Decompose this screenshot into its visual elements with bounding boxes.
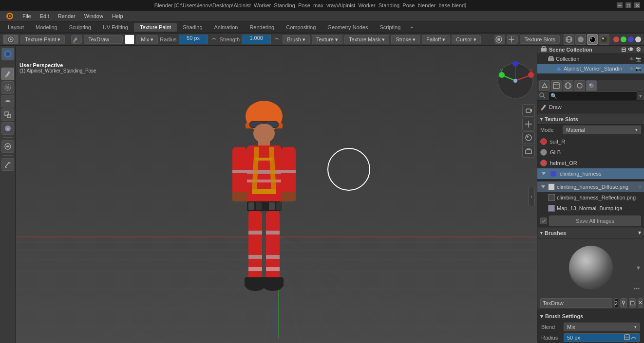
workspace-add[interactable]: + [406, 23, 417, 32]
material-climbing-harness[interactable]: climbing_harness [537, 168, 644, 179]
solid-btn[interactable] [575, 34, 586, 45]
brush-icon-btn[interactable] [71, 35, 82, 44]
tab-texture-paint[interactable]: Texture Paint [134, 23, 177, 32]
radius-proportional-btn[interactable] [624, 334, 630, 341]
tab-modeling[interactable]: Modeling [30, 23, 63, 32]
tab-animation[interactable]: Animation [208, 23, 244, 32]
brush-delete-action[interactable]: ✕ [638, 298, 643, 308]
radius-link-btn[interactable] [210, 36, 218, 43]
tex-add-btn[interactable]: + [638, 183, 642, 191]
gizmos-btn[interactable] [507, 35, 518, 44]
material-btn[interactable] [522, 131, 535, 144]
color-swatch[interactable] [125, 35, 134, 44]
blend-dropdown[interactable]: Mix ▾ [136, 35, 158, 44]
brush-expand-btn[interactable]: ▾ [637, 264, 640, 271]
annotate-tool[interactable] [1, 158, 14, 171]
clone-tool[interactable] [1, 108, 14, 121]
cursor-btn[interactable]: Cursor ▾ [452, 35, 481, 44]
wireframe-btn[interactable] [564, 34, 574, 45]
texture-reflection[interactable]: climbing_harness_Reflection.png [537, 192, 644, 203]
prop-layer-btn[interactable] [551, 80, 562, 91]
mode-icon-btn[interactable] [3, 35, 19, 44]
material-helmet-or[interactable]: helmet_OR [537, 158, 644, 168]
draw-tool[interactable] [1, 68, 14, 80]
brush-copy-action[interactable] [629, 298, 636, 308]
mode-dropdown[interactable]: Material [563, 126, 641, 134]
mesh-render-btn[interactable]: 📷 [635, 66, 641, 72]
radius-input[interactable]: 50 px [179, 35, 208, 44]
overlays-btn[interactable] [494, 35, 505, 44]
menu-help[interactable]: Help [108, 12, 127, 20]
brush-name-btn[interactable]: TexDraw [84, 35, 123, 44]
close-button[interactable]: ✕ [634, 2, 640, 8]
material-glb[interactable]: GLB [537, 147, 644, 158]
brush-pin-action[interactable] [620, 298, 627, 308]
stroke-dropdown[interactable]: Stroke ▾ [391, 35, 420, 44]
blend-dropdown[interactable]: Mix [564, 323, 640, 331]
prop-world-btn[interactable] [563, 80, 573, 91]
smear-tool[interactable] [1, 95, 14, 108]
tab-compositing[interactable]: Compositing [280, 23, 322, 32]
texture-paint-mode-btn[interactable]: Texture Paint ▾ [20, 35, 65, 44]
menu-edit[interactable]: Edit [36, 12, 53, 20]
prop-scene-btn[interactable] [539, 80, 550, 91]
material-suit-r[interactable]: suit_R [537, 136, 644, 147]
orient-gizmo[interactable]: X Y Z [496, 61, 535, 100]
grid-btn[interactable] [522, 118, 535, 130]
save-check[interactable] [540, 217, 547, 224]
material-preview-btn[interactable] [587, 34, 598, 45]
texture-diffuse[interactable]: climbing_harness_Diffuse.png + [537, 181, 644, 192]
color-g[interactable] [621, 36, 626, 42]
outliner-collection[interactable]: Collection 👁 📷 [537, 54, 644, 64]
brush-settings-header[interactable]: ▾ Brush Settings [537, 311, 644, 322]
brush-dropdown[interactable]: Brush ▾ [283, 35, 310, 44]
fill-tool[interactable]: F [1, 122, 14, 135]
prop-material-btn[interactable] [586, 80, 597, 91]
soften-tool[interactable] [1, 81, 14, 94]
tab-geometry-nodes[interactable]: Geometry Nodes [322, 23, 374, 32]
texture-dropdown[interactable]: Texture ▾ [312, 35, 342, 44]
collections-btn[interactable] [522, 145, 535, 158]
brushes-dropdown[interactable]: ▾ [638, 230, 641, 236]
tab-layout[interactable]: Layout [2, 23, 30, 32]
texture-slots-top-btn[interactable]: Texture Slots [520, 35, 560, 44]
texture-normal[interactable]: Map_13_Normal_Bump.tga [537, 203, 644, 214]
falloff-dropdown[interactable]: Falloff ▾ [422, 35, 450, 44]
viewport-layout-btn[interactable] [19, 48, 33, 56]
radius-curve-btn[interactable] [631, 334, 637, 341]
color-b[interactable] [628, 36, 634, 42]
rendered-btn[interactable] [599, 34, 609, 45]
color-a[interactable] [635, 36, 641, 42]
texture-mask-dropdown[interactable]: Texture Mask ▾ [344, 35, 389, 44]
outliner-more-btn[interactable]: ⚙ [636, 46, 641, 53]
minimize-button[interactable]: ─ [617, 2, 623, 8]
radius-slider[interactable]: 50 px [564, 333, 640, 342]
tab-scripting[interactable]: Scripting [374, 23, 406, 32]
strength-input[interactable]: 1.000 [242, 35, 271, 44]
tab-uv-editing[interactable]: UV Editing [97, 23, 134, 32]
viewport[interactable]: Object Mode View [16, 46, 537, 343]
search-dropdown[interactable]: ▾ [639, 93, 642, 99]
collection-view-btn[interactable]: 👁 [629, 56, 634, 62]
outliner-mesh[interactable]: Alpinist_Worker_Standin 👁 📷 [537, 64, 644, 73]
camera-btn[interactable] [522, 104, 535, 117]
menu-file[interactable]: File [19, 12, 35, 20]
brush-pin-btn[interactable] [633, 285, 640, 293]
mode-btn[interactable] [1, 48, 14, 60]
texture-slots-header[interactable]: ▾ Texture Slots [537, 114, 644, 125]
tab-sculpting[interactable]: Sculpting [63, 23, 97, 32]
save-all-btn[interactable]: Save All Images [549, 216, 641, 226]
viewport-view-menu[interactable]: View [80, 48, 100, 56]
brushes-header[interactable]: ▾ Brushes ▾ [537, 228, 644, 238]
maximize-button[interactable]: □ [625, 2, 631, 8]
search-input[interactable] [548, 91, 637, 100]
menu-blender[interactable] [2, 11, 18, 21]
sidebar-toggle-btn[interactable]: ‹ [528, 187, 535, 206]
mask-tool[interactable] [1, 140, 14, 153]
prop-obj-btn[interactable] [574, 80, 585, 91]
menu-render[interactable]: Render [54, 12, 79, 20]
outliner-filter-btn[interactable]: ⊟ [621, 46, 626, 53]
strength-link-btn[interactable] [273, 36, 281, 43]
mesh-view-btn[interactable]: 👁 [629, 66, 634, 72]
tab-rendering[interactable]: Rendering [244, 23, 280, 32]
